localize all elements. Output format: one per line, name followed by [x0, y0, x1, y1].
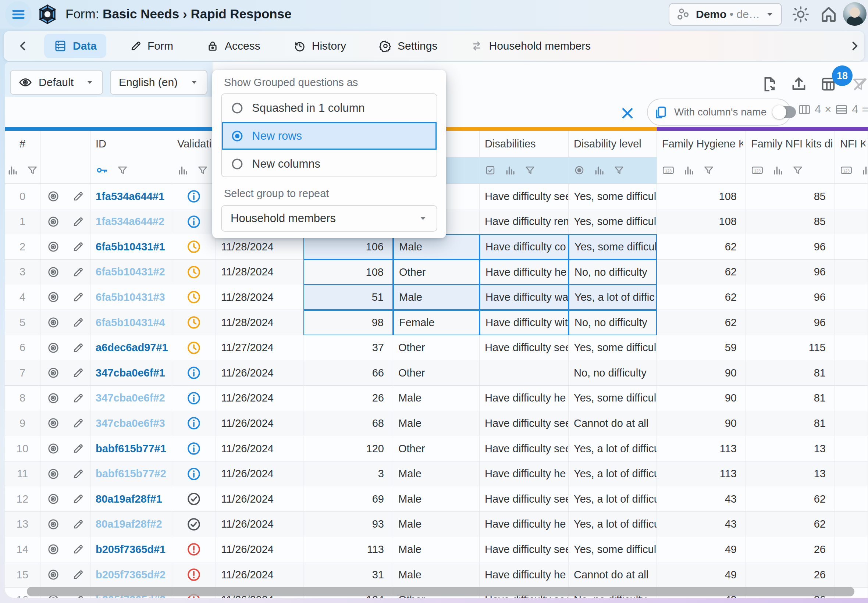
validation-status-info-icon[interactable] — [186, 214, 201, 229]
view-record-icon[interactable] — [47, 266, 60, 278]
home-icon[interactable] — [820, 5, 838, 23]
chart-icon[interactable] — [594, 165, 605, 176]
record-id-link[interactable]: babf615b77#1 — [96, 443, 166, 455]
with-columns-name-toggle[interactable] — [772, 105, 797, 119]
edit-record-icon[interactable] — [72, 417, 84, 429]
edit-record-icon[interactable] — [72, 342, 84, 354]
view-selector[interactable]: Default — [10, 70, 103, 95]
view-record-icon[interactable] — [47, 190, 60, 203]
filter-icon[interactable] — [27, 165, 38, 176]
validation-status-pending-icon[interactable] — [186, 240, 201, 254]
edit-record-icon[interactable] — [72, 518, 84, 530]
edit-record-icon[interactable] — [72, 291, 84, 303]
validation-status-info-icon[interactable] — [186, 391, 201, 405]
upload-icon[interactable] — [791, 76, 807, 93]
menu-button[interactable] — [5, 1, 32, 28]
edit-record-icon[interactable] — [72, 493, 84, 505]
record-id-link[interactable]: 6fa5b10431#2 — [96, 266, 165, 278]
edit-record-icon[interactable] — [72, 443, 84, 455]
record-id-link[interactable]: 347cba0e6f#2 — [96, 392, 165, 404]
record-id-link[interactable]: b205f7365d#2 — [96, 569, 166, 581]
tab-form[interactable]: Form — [120, 34, 183, 58]
validation-status-error-icon[interactable] — [186, 542, 201, 557]
edit-record-icon[interactable] — [72, 241, 84, 253]
record-id-link[interactable]: 80a19af28f#1 — [96, 493, 162, 505]
chart-icon[interactable] — [504, 165, 516, 176]
filter-icon[interactable] — [613, 165, 625, 176]
edit-record-icon[interactable] — [72, 367, 84, 379]
option-new-rows[interactable]: New rows — [222, 122, 436, 150]
view-record-icon[interactable] — [47, 518, 60, 530]
brightness-icon[interactable] — [792, 5, 810, 23]
filter-icon[interactable] — [703, 165, 714, 176]
column-header-nfi[interactable]: NFI Ki123 — [835, 127, 868, 184]
column-header-fhk[interactable]: Family Hygiene Ki123 — [657, 127, 746, 184]
edit-record-icon[interactable] — [72, 569, 84, 581]
validation-status-info-icon[interactable] — [186, 416, 201, 431]
view-record-icon[interactable] — [47, 316, 60, 329]
record-id-link[interactable]: 6fa5b10431#4 — [96, 317, 165, 329]
view-record-icon[interactable] — [47, 493, 60, 505]
validation-status-approved-icon[interactable] — [186, 492, 201, 506]
chart-icon[interactable] — [861, 165, 868, 176]
export-file-icon[interactable] — [761, 76, 778, 93]
chart-icon[interactable] — [772, 165, 783, 176]
column-header-id[interactable]: ID — [90, 127, 172, 184]
chart-icon[interactable] — [683, 165, 695, 176]
language-selector[interactable]: English (en) — [110, 70, 207, 95]
view-record-icon[interactable] — [47, 468, 60, 480]
record-id-link[interactable]: 1fa534a644#1 — [96, 190, 164, 203]
horizontal-scrollbar[interactable] — [27, 587, 854, 596]
close-icon[interactable] — [620, 106, 635, 121]
validation-status-pending-icon[interactable] — [186, 340, 201, 355]
tab-access[interactable]: Access — [197, 34, 270, 58]
record-id-link[interactable]: b205f7365d#1 — [96, 543, 166, 555]
edit-record-icon[interactable] — [72, 543, 84, 555]
view-record-icon[interactable] — [47, 417, 60, 430]
record-id-link[interactable]: 1fa534a644#2 — [96, 215, 164, 227]
number-icon[interactable]: 123 — [751, 165, 764, 176]
view-record-icon[interactable] — [47, 215, 60, 228]
view-record-icon[interactable] — [47, 543, 60, 555]
validation-status-info-icon[interactable] — [186, 189, 201, 204]
view-record-icon[interactable] — [47, 569, 60, 581]
option-new-columns[interactable]: New columns — [222, 150, 436, 177]
edit-record-icon[interactable] — [72, 216, 84, 227]
radio-icon[interactable] — [574, 165, 585, 176]
validation-status-pending-icon[interactable] — [186, 290, 201, 305]
validation-status-pending-icon[interactable] — [186, 265, 201, 280]
edit-record-icon[interactable] — [72, 392, 84, 404]
record-id-link[interactable]: a6dec6ad97#1 — [96, 342, 168, 354]
filter-off-icon[interactable] — [851, 76, 868, 93]
tab-history[interactable]: History — [284, 34, 356, 58]
view-record-icon[interactable] — [47, 342, 60, 354]
validation-status-info-icon[interactable] — [186, 441, 201, 456]
validation-status-error-icon[interactable] — [186, 567, 201, 582]
tab-household-members[interactable]: Household members — [461, 34, 600, 58]
option-squashed-in-1-column[interactable]: Squashed in 1 column — [222, 94, 436, 122]
validation-status-pending-icon[interactable] — [186, 315, 201, 330]
column-header-validation[interactable]: Validati — [172, 127, 216, 184]
repeat-group-select[interactable]: Household members — [221, 205, 437, 232]
view-record-icon[interactable] — [47, 366, 60, 379]
record-id-link[interactable]: 80a19af28f#2 — [96, 518, 162, 530]
validation-status-info-icon[interactable] — [186, 467, 201, 481]
record-id-link[interactable]: babf615b77#2 — [96, 468, 166, 480]
record-id-link[interactable]: 347cba0e6f#3 — [96, 417, 165, 430]
column-header-index[interactable]: # — [5, 127, 40, 184]
with-columns-name-control[interactable]: With column's name — [647, 99, 791, 126]
column-header-dislevel[interactable]: Disability level — [569, 127, 657, 184]
record-id-link[interactable]: 6fa5b10431#1 — [96, 241, 165, 253]
chevron-right-icon[interactable] — [848, 40, 861, 52]
view-record-icon[interactable] — [47, 442, 60, 455]
edit-record-icon[interactable] — [72, 468, 84, 480]
validation-status-approved-icon[interactable] — [186, 517, 201, 532]
column-header-disabilities[interactable]: Disabilities — [480, 127, 569, 184]
column-header-fnfi[interactable]: Family NFI kits dis123 — [746, 127, 835, 184]
view-record-icon[interactable] — [47, 392, 60, 404]
filter-icon[interactable] — [525, 165, 535, 176]
tab-settings[interactable]: Settings — [370, 34, 447, 58]
chart-icon[interactable] — [177, 165, 188, 176]
chart-icon[interactable] — [7, 165, 18, 176]
validation-status-info-icon[interactable] — [186, 365, 201, 380]
